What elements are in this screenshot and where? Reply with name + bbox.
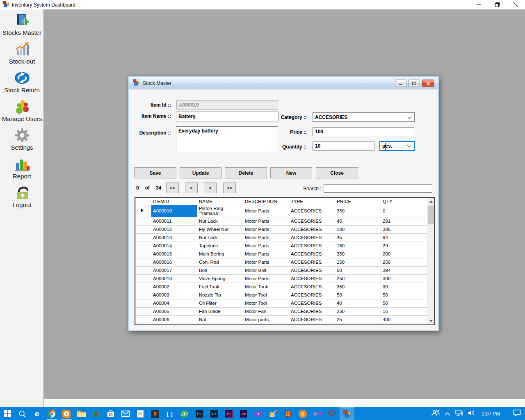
grid-cell[interactable]: Motor Parts [243, 258, 289, 266]
grid-cell[interactable]: A000010 [151, 205, 197, 217]
target-app-icon[interactable] [281, 407, 295, 420]
grid-cell[interactable]: Fuel Tank [197, 283, 243, 291]
price-field[interactable] [313, 127, 414, 136]
grid-cell[interactable]: Motor Parts [243, 274, 289, 283]
close-button[interactable] [507, 0, 525, 9]
scroll-down-arrow[interactable] [427, 317, 434, 324]
grid-cell[interactable]: 350 [335, 283, 381, 291]
grid-cell[interactable]: Main Bering [197, 250, 243, 258]
dialog-close-button[interactable] [422, 80, 434, 87]
grid-cell[interactable]: ACCESORIES [289, 274, 335, 283]
chrome-icon[interactable] [44, 407, 59, 420]
file-explorer-icon[interactable] [74, 407, 89, 420]
description-field[interactable]: Everyday battery [176, 126, 278, 152]
table-row[interactable]: A000010Piston Ring "Yamana"Motor PartsAC… [136, 205, 427, 217]
prev-record-button[interactable]: < [185, 183, 198, 193]
grid-cell[interactable]: Nut [197, 315, 243, 324]
grid-cell[interactable]: A000012 [151, 225, 197, 233]
start-button[interactable] [0, 407, 15, 420]
grid-cell[interactable]: 40 [335, 299, 381, 307]
grid-cell[interactable]: A00002 [151, 283, 197, 291]
grid-cell[interactable]: 25 [335, 315, 381, 324]
grid-cell[interactable]: Motor Parts [243, 217, 289, 225]
table-row[interactable]: A00006NutMotor partsACCESORIES25400 [136, 315, 427, 324]
grid-cell[interactable]: Motor Tool [243, 291, 289, 299]
table-row[interactable]: A000015Main BeringMotor PartsACCESORIES3… [136, 250, 427, 258]
grid-cell[interactable]: 45 [335, 233, 381, 242]
column-header[interactable]: NAME [197, 198, 243, 205]
grid-cell[interactable]: 385 [381, 225, 427, 233]
column-header[interactable]: QTY [381, 198, 427, 205]
grid-cell[interactable]: ACCESORIES [289, 307, 335, 315]
grid-cell[interactable]: 45 [335, 217, 381, 225]
grid-cell[interactable]: A000017 [151, 266, 197, 274]
table-row[interactable]: A000017BoltMotor BoltACCESORIES50394 [136, 266, 427, 274]
grid-cell[interactable]: A000011 [151, 217, 197, 225]
grid-cell[interactable]: 100 [335, 225, 381, 233]
sublime-text-icon[interactable]: S [148, 407, 162, 420]
grid-cell[interactable]: 50 [381, 299, 427, 307]
table-row[interactable]: A00003Nozzle TipMotor ToolACCESORIES5050 [136, 291, 427, 299]
dialog-titlebar[interactable]: Stock Master [129, 77, 438, 89]
grid-cell[interactable]: Fan Blade [197, 307, 243, 315]
sidebar-item-stocks-master[interactable]: Stocks Master [0, 13, 44, 38]
unit-combobox[interactable]: pcs. [379, 141, 415, 151]
grid-cell[interactable]: Valve Spring [197, 274, 243, 283]
grid-cell[interactable]: ACCESORIES [289, 233, 335, 242]
scrollbar-thumb[interactable] [428, 205, 434, 224]
network-icon[interactable] [455, 410, 463, 418]
table-row[interactable]: A000014TapeloneMotor PartsACCESORIES1502… [136, 242, 427, 250]
grid-cell[interactable]: 0 [381, 205, 427, 217]
grid-cell[interactable]: 94 [381, 233, 427, 242]
column-header[interactable]: DESCRIPTION [243, 198, 289, 205]
grid-cell[interactable]: A00006 [151, 315, 197, 324]
grid-cell[interactable]: 291 [381, 217, 427, 225]
media-player-icon[interactable] [59, 407, 74, 420]
quantity-field[interactable] [313, 142, 374, 151]
taskbar-clock[interactable]: 2:07 PM [480, 411, 502, 417]
table-row[interactable]: A000012Fly Wheel NutMotor PartsACCESORIE… [136, 225, 427, 233]
grid-cell[interactable]: A000014 [151, 242, 197, 250]
category-combobox[interactable]: ACCESORIES [313, 112, 415, 122]
grid-cell[interactable]: Nozzle Tip [197, 291, 243, 299]
grid-cell[interactable]: Oil Filter [197, 299, 243, 307]
grid-cell[interactable]: 350 [335, 250, 381, 258]
grid-cell[interactable]: Con. Rod [197, 258, 243, 266]
build-tool-icon[interactable] [266, 407, 281, 420]
row-selector-cell[interactable] [136, 315, 151, 324]
grid-cell[interactable]: Motor Bolt [243, 266, 289, 274]
grid-cell[interactable]: 50 [381, 291, 427, 299]
row-selector-cell[interactable] [136, 299, 151, 307]
grid-cell[interactable]: A000018 [151, 274, 197, 283]
column-header[interactable]: PRICE [335, 198, 381, 205]
grid-cell[interactable]: ACCESORIES [289, 266, 335, 274]
camera-app-icon[interactable] [89, 407, 103, 420]
grid-cell[interactable]: 150 [335, 258, 381, 266]
row-selector-cell[interactable] [136, 266, 151, 274]
grid-cell[interactable]: ACCESORIES [289, 242, 335, 250]
tray-chevron-up-icon[interactable] [445, 410, 450, 418]
row-selector-cell[interactable] [136, 283, 151, 291]
table-row[interactable]: A000018Valve SpringMotor PartsACCESORIES… [136, 274, 427, 283]
sidebar-item-stock-out[interactable]: Stock-out [0, 41, 44, 67]
row-selector-cell[interactable] [136, 250, 151, 258]
mail-icon[interactable] [118, 407, 133, 420]
table-row[interactable]: A000013Nut LackMotor PartsACCESORIES4594 [136, 233, 427, 242]
grid-vertical-scrollbar[interactable] [427, 198, 434, 324]
grid-cell[interactable]: 50 [335, 291, 381, 299]
blend-icon[interactable] [310, 407, 325, 420]
grid-cell[interactable]: 150 [335, 242, 381, 250]
grid-cell[interactable]: Motor Parts [243, 233, 289, 242]
grid-cell[interactable]: A00005 [151, 307, 197, 315]
grid-cell[interactable]: Tapelone [197, 242, 243, 250]
red-app-icon[interactable] [325, 407, 340, 420]
xampp-icon[interactable]: X [295, 407, 310, 420]
grid-cell[interactable]: Nut Lack [197, 217, 243, 225]
grid-cell[interactable]: ACCESORIES [289, 299, 335, 307]
photoshop-icon[interactable]: Ps [192, 407, 207, 420]
first-record-button[interactable]: << [166, 183, 179, 193]
restore-button[interactable] [488, 0, 507, 9]
grid-cell[interactable]: 350 [335, 205, 381, 217]
search-icon[interactable] [15, 407, 30, 420]
grid-cell[interactable]: Piston Ring "Yamana" [197, 205, 243, 217]
